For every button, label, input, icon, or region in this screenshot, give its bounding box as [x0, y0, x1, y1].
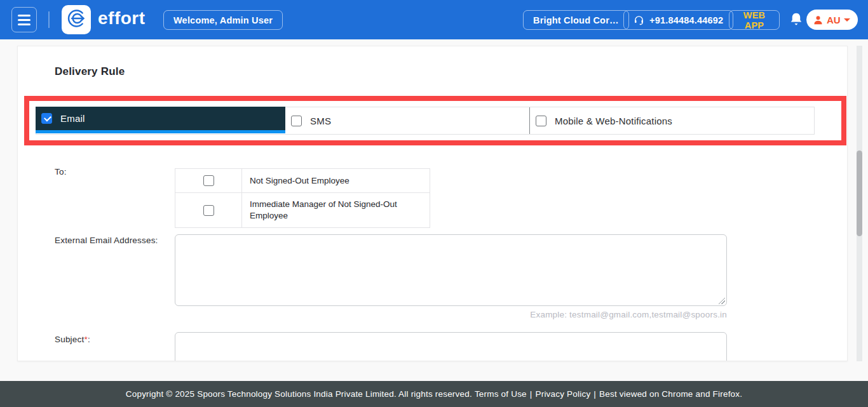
tab-sms-label: SMS — [310, 116, 331, 126]
subject-input[interactable] — [175, 332, 727, 361]
best-viewed-text: Best viewed on Chrome and Firefox. — [599, 389, 742, 399]
welcome-user-button[interactable]: Welcome, Admin User — [163, 10, 283, 30]
phone-number: +91.84484.44692 — [649, 15, 723, 25]
effort-logo[interactable] — [62, 5, 91, 34]
not-signed-out-employee-checkbox[interactable] — [203, 175, 214, 186]
delivery-channel-tabs: Email SMS Mobile & Web-Notifications — [36, 107, 815, 135]
subject-label: Subject*: — [55, 335, 90, 344]
external-email-textarea[interactable] — [175, 234, 727, 306]
web-app-button[interactable]: WEB APP — [729, 10, 780, 30]
copyright-text: Copyright © 2025 Spoors Technology Solut… — [126, 389, 472, 399]
headset-icon — [634, 15, 644, 25]
company-name-button[interactable]: Bright Cloud Cor… — [523, 10, 629, 30]
table-row: Immediate Manager of Not Signed-Out Empl… — [175, 192, 430, 227]
top-header: effort Welcome, Admin User Bright Cloud … — [0, 0, 868, 39]
user-avatar-menu[interactable]: AU — [806, 10, 858, 30]
external-email-example-hint: Example: testmail@gmail.com,testmail@spo… — [175, 310, 727, 319]
recipient-option-label: Immediate Manager of Not Signed-Out Empl… — [242, 193, 430, 227]
delivery-rule-panel: Delivery Rule Email SMS Mobile & Web-Not… — [17, 46, 848, 361]
tab-sms[interactable]: SMS — [285, 107, 529, 134]
recipient-option-label: Not Signed-Out Employee — [242, 170, 430, 192]
tab-mobile-web-notifications[interactable]: Mobile & Web-Notifications — [530, 107, 814, 134]
table-row: Not Signed-Out Employee — [175, 169, 430, 192]
chevron-down-icon — [844, 18, 850, 22]
page-title: Delivery Rule — [55, 65, 125, 78]
email-checkbox[interactable] — [41, 113, 52, 124]
recipient-checkbox-cell — [175, 169, 242, 192]
effort-logo-icon — [65, 8, 87, 32]
phone-support-button[interactable]: +91.84484.44692 — [623, 10, 733, 30]
tab-email[interactable]: Email — [36, 107, 285, 133]
mobile-web-notifications-checkbox[interactable] — [536, 116, 546, 126]
to-label: To: — [55, 167, 67, 177]
tab-email-label: Email — [60, 113, 85, 124]
external-email-field-wrap — [175, 234, 727, 306]
immediate-manager-checkbox-cell — [175, 193, 242, 227]
external-email-label: External Email Addresses: — [55, 236, 158, 245]
brand-name: effort — [98, 8, 146, 29]
footer-separator: | — [530, 389, 532, 399]
sms-checkbox[interactable] — [291, 116, 302, 126]
app-root: effort Welcome, Admin User Bright Cloud … — [0, 0, 868, 407]
notifications-bell-icon[interactable] — [788, 11, 804, 29]
footer: Copyright © 2025 Spoors Technology Solut… — [0, 381, 868, 407]
avatar-initials: AU — [827, 15, 841, 25]
terms-of-use-link[interactable]: Terms of Use — [475, 389, 527, 399]
scrollbar-thumb[interactable] — [857, 150, 862, 236]
privacy-policy-link[interactable]: Privacy Policy — [536, 389, 591, 399]
scrollbar-track[interactable] — [857, 46, 862, 361]
immediate-manager-checkbox[interactable] — [203, 205, 214, 216]
header-divider — [48, 11, 50, 28]
user-person-icon — [813, 15, 824, 25]
footer-separator: | — [593, 389, 596, 399]
tab-mobile-web-notifications-label: Mobile & Web-Notifications — [555, 116, 672, 126]
hamburger-menu-button[interactable] — [11, 7, 37, 32]
recipient-options-table: Not Signed-Out Employee Immediate Manage… — [175, 168, 430, 228]
